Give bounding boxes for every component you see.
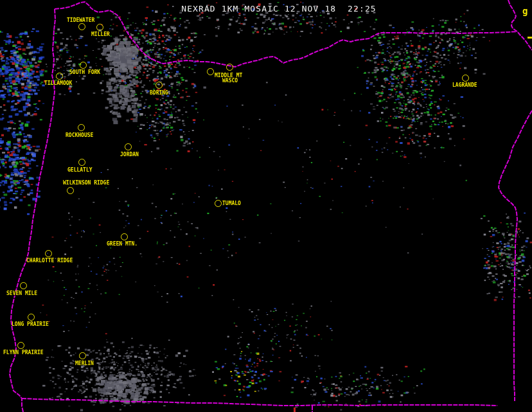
- station-marker-green-mtn: [121, 233, 128, 240]
- station-marker-charlotte-ridge: [45, 250, 52, 257]
- station-label-merlin: MERLIN: [75, 361, 94, 366]
- station-marker-lagrande: [462, 75, 469, 82]
- station-marker-gellatly: [78, 159, 85, 166]
- station-label-seven-mile: SEVEN MILE: [6, 291, 37, 296]
- station-marker-seven-mile: [20, 282, 27, 289]
- radar-mosaic-map: NEXRAD 1KM MOSAIC 12 NOV 18 22:25 TIDEWA…: [0, 0, 532, 412]
- station-marker-flynn-prairie: [17, 342, 24, 349]
- station-label-jordan: JORDAN: [120, 152, 139, 157]
- station-label-wasco: WASCO: [222, 78, 238, 84]
- station-marker-long-prairie: [28, 314, 35, 321]
- station-label-long-prairie: LONG PRAIRIE: [12, 321, 49, 327]
- station-label-boring: BORING: [150, 90, 168, 96]
- station-marker-wilkinson-ridge: [67, 187, 74, 194]
- station-label-wilkinson-ridge: WILKINSON RIDGE: [63, 180, 109, 186]
- station-label-gellatly: GELLATLY: [67, 167, 93, 173]
- station-label-miller: MILLER: [91, 31, 110, 37]
- station-label-rockhouse: ROCKHOUSE: [66, 132, 93, 138]
- station-marker-middle-mt: [207, 68, 214, 75]
- map-mark: [294, 408, 296, 412]
- station-label-tillamook: TILLAMOOK: [44, 80, 72, 86]
- station-label-charlotte-ridge: CHARLOTTE RIDGE: [26, 258, 73, 264]
- station-marker-miller: [96, 24, 103, 31]
- station-marker-tidewater: [78, 23, 85, 30]
- station-marker-south-fork: [80, 62, 87, 69]
- station-marker-wasco: [226, 64, 233, 71]
- mosaic-title: NEXRAD 1KM MOSAIC 12 NOV 18 22:25: [13, 4, 532, 13]
- station-label-tumalo: TUMALO: [222, 201, 241, 206]
- station-marker-tumalo: [215, 200, 222, 207]
- station-label-lagrande: LAGRANDE: [452, 82, 477, 88]
- station-marker-merlin: [79, 352, 86, 359]
- station-label-flynn-prairie: FLYNN PRAIRIE: [3, 350, 44, 355]
- station-marker-jordan: [125, 143, 132, 150]
- station-marker-rockhouse: [78, 124, 85, 131]
- radar-echo-noise-layer: [0, 0, 532, 412]
- map-mark: [528, 37, 532, 39]
- station-label-tidewater: TIDEWATER: [67, 17, 94, 23]
- station-marker-boring: [155, 82, 163, 89]
- station-label-south-fork: SOUTH FORK: [69, 69, 100, 75]
- station-label-green-mtn: GREEN MTN.: [107, 241, 137, 247]
- station-marker-tillamook: [56, 73, 63, 80]
- partial-station-label: g: [522, 6, 528, 16]
